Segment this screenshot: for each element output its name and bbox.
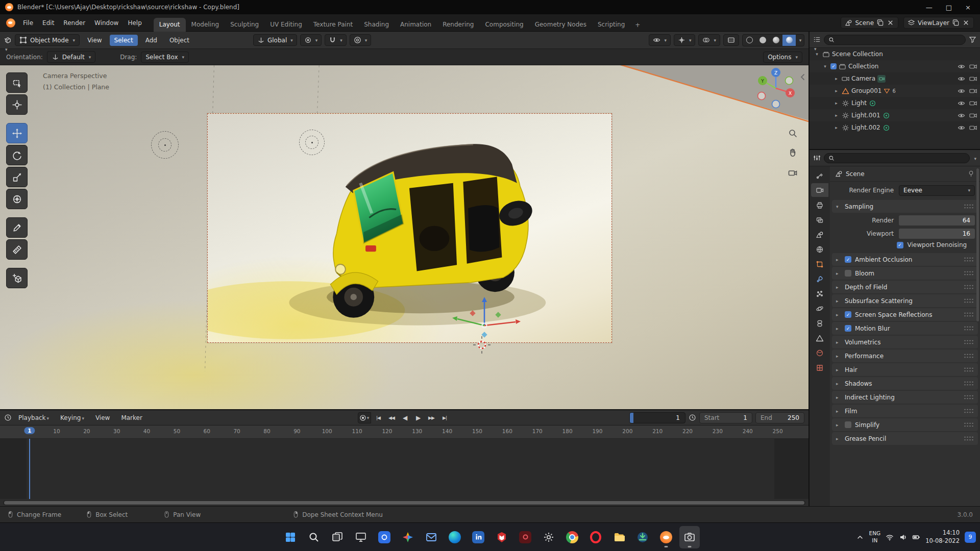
panel-depth-of-field[interactable]: Depth of Field [832,281,978,293]
tab-object[interactable] [811,257,828,271]
tab-scene[interactable] [811,228,828,241]
menu-edit[interactable]: Edit [38,17,59,29]
playhead[interactable] [29,439,30,499]
drag-handle[interactable] [964,270,974,276]
app-icon-media[interactable] [374,526,395,548]
taskbar-search-icon[interactable] [304,526,324,548]
panel-hair[interactable]: Hair [832,363,978,376]
battery-icon[interactable] [912,533,920,541]
scene-selector[interactable]: Scene [841,17,898,29]
hide-eye-icon[interactable] [958,112,965,119]
wifi-icon[interactable] [886,533,894,541]
jump-to-end-button[interactable]: ▶| [438,412,451,423]
play-button[interactable]: ▶ [412,412,424,423]
panel-volumetrics[interactable]: Volumetrics [832,336,978,348]
transform-gizmo[interactable] [441,294,528,355]
menu-view[interactable]: View [83,35,106,46]
outliner-editor-type-icon[interactable] [813,36,821,43]
properties-editor-type-icon[interactable] [813,154,821,162]
app-icon-photos[interactable] [398,526,418,548]
panel-indirect-lighting[interactable]: Indirect Lighting [832,391,978,404]
new-viewlayer-icon[interactable] [952,19,960,27]
camera-data-icon[interactable] [877,75,886,83]
timeline-scrollbar[interactable] [3,500,805,505]
drag-handle[interactable] [964,381,974,386]
viewlayer-selector[interactable]: ViewLayer [903,17,974,29]
notification-badge[interactable]: 9 [965,532,976,543]
sampling-render-field[interactable]: 64 [899,215,975,226]
timeline-scrollbar-thumb[interactable] [4,501,804,505]
next-keyframe-button[interactable]: ▶▶ [425,412,437,423]
tool-scale[interactable] [6,167,28,187]
tool-add-cube[interactable] [6,268,28,288]
tab-render[interactable] [811,183,828,197]
menu-timeline-view[interactable]: View [91,412,114,423]
light-object-widget-2[interactable] [299,130,325,155]
overlays-dropdown[interactable] [698,34,720,46]
light-object-widget[interactable] [151,131,179,159]
hide-eye-icon[interactable] [958,75,965,83]
filter-icon[interactable] [969,36,976,43]
tab-object-data[interactable] [811,331,828,345]
ruler-tick[interactable]: 240 [743,428,753,434]
outliner-row-scene-collection[interactable]: ▾ Scene Collection [810,48,980,60]
drag-handle[interactable] [964,353,974,359]
render-engine-dropdown[interactable]: Eevee [899,185,975,196]
ruler-tick[interactable]: 30 [113,428,120,434]
app-icon-blender[interactable] [656,526,676,548]
checkbox[interactable] [845,311,851,318]
taskbar-clock[interactable]: 14:10 10-08-2022 [925,529,960,545]
tool-transform[interactable] [6,189,28,209]
sampling-viewport-field[interactable]: 16 [899,229,975,239]
panel-screen-space-reflections[interactable]: Screen Space Reflections [832,308,978,321]
panel-sampling[interactable]: Sampling [832,200,978,213]
drag-handle[interactable] [964,367,974,372]
ruler-tick[interactable]: 190 [592,428,602,434]
language-indicator[interactable]: ENG IN [869,530,881,543]
tool-move[interactable] [6,123,28,143]
menu-object[interactable]: Object [165,35,194,46]
drag-handle[interactable] [964,422,974,428]
tab-texture[interactable] [811,361,828,374]
tab-sculpting[interactable]: Sculpting [225,18,264,32]
tool-rotate[interactable] [6,145,28,165]
orientation-setting-dropdown[interactable]: Default [47,51,95,63]
transform-orientation-dropdown[interactable]: Global [253,34,297,46]
hide-eye-icon[interactable] [958,124,965,132]
auto-keying-button[interactable] [358,412,371,423]
outliner-row-camera[interactable]: ▸ Camera [810,72,980,85]
panel-motion-blur[interactable]: Motion Blur [832,322,978,335]
viewport-3d[interactable]: Camera Perspective (1) Collection | Plan… [0,65,808,409]
expand-arrow-icon[interactable]: ▸ [833,76,840,81]
add-workspace-button[interactable]: + [630,18,645,32]
sidebar-collapse-arrow[interactable] [798,72,807,82]
outliner-search-input[interactable] [824,35,966,45]
expand-arrow-icon[interactable]: ▸ [833,113,840,118]
app-icon-adobe[interactable] [515,526,535,548]
tool-annotate[interactable] [6,217,28,238]
tab-modifiers[interactable] [811,272,828,286]
navigation-gizmo[interactable]: Z Y X [754,66,798,110]
drag-setting-dropdown[interactable]: Select Box [141,52,189,63]
menu-marker[interactable]: Marker [116,412,146,423]
app-icon-linkedin[interactable] [468,526,488,548]
checkbox[interactable] [845,256,851,263]
object-visibility-dropdown[interactable] [649,34,671,46]
ruler-tick[interactable]: 160 [502,428,512,434]
unlink-scene-icon[interactable] [887,19,894,27]
render-visibility-icon[interactable] [969,63,977,70]
ruler-tick[interactable]: 50 [174,428,180,434]
tab-uv-editing[interactable]: UV Editing [264,18,308,32]
options-dropdown[interactable]: Options [763,52,802,63]
app-icon-edge[interactable] [445,526,465,548]
pin-icon[interactable] [967,170,975,178]
expand-arrow-icon[interactable]: ▸ [833,88,840,93]
tool-cursor[interactable] [6,94,28,115]
close-button[interactable]: × [965,4,971,11]
mode-dropdown[interactable]: Object Mode [15,34,80,46]
app-icon-system[interactable] [351,526,371,548]
timeline-dopesheet[interactable] [0,439,808,499]
tray-expand-icon[interactable] [856,533,864,541]
timeline-editor-type-icon[interactable] [4,414,12,421]
ruler-tick[interactable]: 1 [24,427,35,434]
